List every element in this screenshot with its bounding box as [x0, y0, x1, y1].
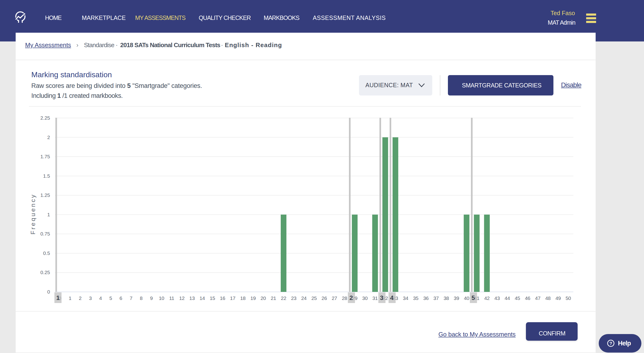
svg-text:43: 43	[494, 296, 500, 301]
svg-text:45: 45	[515, 296, 520, 301]
svg-text:3: 3	[380, 294, 383, 301]
svg-text:21: 21	[271, 296, 276, 301]
svg-text:47: 47	[535, 296, 540, 301]
svg-text:22: 22	[281, 296, 286, 301]
svg-text:20: 20	[260, 296, 266, 301]
svg-text:44: 44	[504, 296, 510, 301]
svg-text:4: 4	[390, 294, 394, 301]
svg-text:1.75: 1.75	[40, 154, 50, 159]
svg-text:17: 17	[230, 296, 236, 301]
svg-text:24: 24	[301, 296, 306, 301]
svg-text:23: 23	[291, 296, 296, 301]
svg-text:2: 2	[350, 294, 353, 301]
svg-text:19: 19	[250, 296, 256, 301]
svg-text:42: 42	[484, 296, 490, 301]
svg-text:18: 18	[240, 296, 246, 301]
svg-text:5: 5	[109, 296, 112, 301]
svg-text:1: 1	[47, 212, 50, 217]
svg-text:1: 1	[69, 296, 71, 301]
svg-text:40: 40	[464, 296, 469, 301]
svg-text:38: 38	[444, 296, 449, 301]
svg-text:2: 2	[47, 135, 50, 140]
svg-text:5: 5	[472, 294, 475, 301]
svg-text:9: 9	[150, 296, 153, 301]
svg-text:1: 1	[56, 294, 60, 301]
svg-text:27: 27	[332, 296, 337, 301]
svg-text:11: 11	[169, 296, 174, 301]
svg-text:36: 36	[423, 296, 429, 301]
svg-text:8: 8	[140, 296, 142, 301]
svg-text:14: 14	[200, 296, 205, 301]
svg-text:39: 39	[454, 296, 459, 301]
svg-text:26: 26	[322, 296, 327, 301]
svg-text:1.5: 1.5	[43, 173, 50, 179]
svg-text:2: 2	[79, 296, 82, 301]
svg-text:46: 46	[525, 296, 530, 301]
svg-text:49: 49	[555, 296, 561, 301]
svg-text:0.5: 0.5	[43, 250, 50, 256]
svg-text:1.25: 1.25	[40, 192, 50, 198]
svg-text:48: 48	[545, 296, 551, 301]
svg-text:12: 12	[179, 296, 185, 301]
svg-text:28: 28	[342, 296, 347, 301]
svg-text:37: 37	[434, 296, 439, 301]
svg-text:4: 4	[99, 296, 102, 301]
svg-text:16: 16	[220, 296, 225, 301]
svg-text:2.25: 2.25	[40, 115, 50, 121]
svg-text:30: 30	[362, 296, 368, 301]
svg-text:Frequency: Frequency	[30, 193, 36, 234]
svg-text:10: 10	[159, 296, 164, 301]
svg-text:0.75: 0.75	[40, 231, 50, 236]
svg-text:3: 3	[89, 296, 92, 301]
svg-text:7: 7	[130, 296, 132, 301]
svg-text:0.25: 0.25	[40, 270, 50, 275]
svg-text:25: 25	[311, 296, 317, 301]
svg-text:31: 31	[372, 296, 378, 301]
svg-text:6: 6	[120, 296, 122, 301]
svg-text:?: ?	[610, 341, 612, 346]
svg-text:34: 34	[403, 296, 408, 301]
svg-text:15: 15	[210, 296, 215, 301]
svg-text:0: 0	[47, 289, 50, 295]
svg-text:50: 50	[566, 296, 571, 301]
svg-text:35: 35	[413, 296, 418, 301]
svg-text:13: 13	[190, 296, 195, 301]
